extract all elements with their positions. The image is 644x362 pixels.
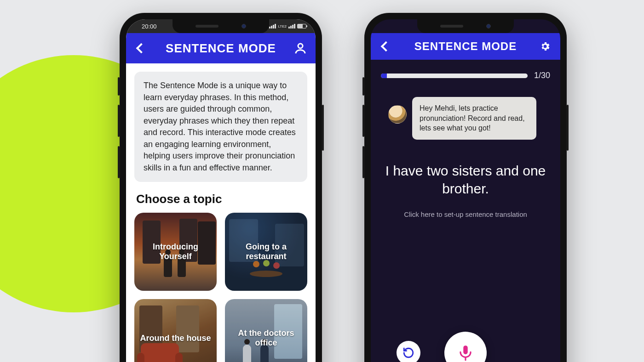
phone-mockup-right: SENTENCE MODE 1/30 Hey Mehdi, lets pract… bbox=[364, 13, 567, 362]
settings-button[interactable] bbox=[538, 40, 552, 53]
back-button[interactable] bbox=[134, 41, 148, 55]
page-title: SENTENCE MODE bbox=[414, 40, 517, 53]
topic-label: At the doctors office bbox=[230, 328, 303, 348]
reset-icon bbox=[402, 347, 414, 359]
recording-controls bbox=[371, 332, 560, 362]
back-button[interactable] bbox=[379, 40, 393, 53]
practice-sentence: I have two sisters and one brother. bbox=[371, 144, 560, 202]
page-title: SENTENCE MODE bbox=[166, 41, 276, 56]
coach-message-row: Hey Mehdi, lets practice pronunciation! … bbox=[379, 85, 560, 144]
topic-label: Introducing Yourself bbox=[139, 242, 212, 261]
progress-counter: 1/30 bbox=[534, 71, 550, 80]
microphone-icon bbox=[457, 344, 474, 362]
person-icon bbox=[293, 41, 307, 55]
phone-notch bbox=[417, 19, 514, 33]
topic-card-introducing-yourself[interactable]: Introducing Yourself bbox=[134, 213, 217, 291]
coach-avatar bbox=[388, 105, 407, 124]
phone-mockup-left: 20:00 LTE2 SENTENCE MODE The Sentence Mo… bbox=[120, 13, 322, 362]
topic-label: Around the house bbox=[140, 334, 211, 343]
topic-card-doctors[interactable]: At the doctors office bbox=[225, 299, 307, 362]
profile-button[interactable] bbox=[293, 41, 307, 55]
translation-setup-link[interactable]: Click here to set-up sentence translatio… bbox=[371, 202, 560, 226]
progress-fill bbox=[381, 74, 387, 78]
svg-point-0 bbox=[298, 44, 303, 48]
signal-icon-2 bbox=[288, 24, 295, 28]
topic-card-restaurant[interactable]: Going to a restaurant bbox=[225, 213, 307, 291]
topic-card-house[interactable]: Around the house bbox=[134, 299, 217, 362]
status-time: 20:00 bbox=[142, 23, 157, 30]
progress-row: 1/30 bbox=[371, 60, 560, 85]
svg-rect-1 bbox=[463, 345, 468, 354]
app-bar: SENTENCE MODE bbox=[371, 33, 560, 60]
record-button[interactable] bbox=[444, 332, 487, 362]
coach-message: Hey Mehdi, lets practice pronunciation! … bbox=[412, 97, 536, 140]
reset-button[interactable] bbox=[397, 341, 420, 362]
choose-topic-heading: Choose a topic bbox=[136, 192, 305, 206]
battery-icon bbox=[297, 24, 306, 28]
signal-icon bbox=[269, 24, 276, 28]
topic-label: Going to a restaurant bbox=[230, 242, 303, 261]
progress-bar[interactable] bbox=[381, 74, 528, 78]
chevron-left-icon bbox=[381, 41, 391, 52]
phone-notch bbox=[172, 19, 269, 33]
topic-illustration bbox=[134, 299, 217, 362]
app-bar: SENTENCE MODE bbox=[126, 33, 316, 63]
chevron-left-icon bbox=[136, 43, 147, 54]
gear-icon bbox=[540, 41, 551, 52]
topics-grid: Introducing Yourself Going to a restaura… bbox=[134, 213, 307, 362]
mode-description: The Sentence Mode is a unique way to lea… bbox=[134, 72, 307, 182]
